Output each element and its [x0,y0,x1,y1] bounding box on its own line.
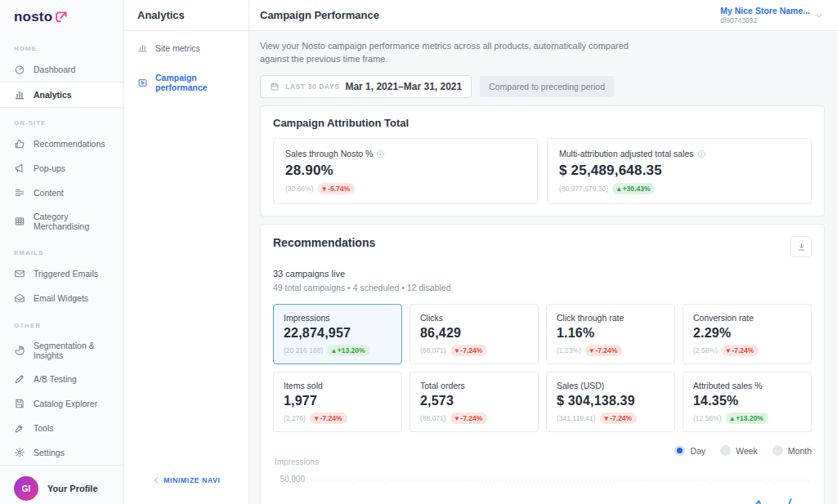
store-selector[interactable]: My Nice Store Name... df90743092 [720,6,824,25]
bar-chart-icon [137,42,148,53]
wrench-icon [14,422,25,434]
metric-value: 22,874,957 [284,326,392,341]
sidebar-item-label: Category Merchandising [34,212,117,231]
subnav-item-campaign-performance[interactable]: Campaign performance [124,65,248,100]
sidebar-item-label: Dashboard [34,65,75,74]
metric-card-conversion-rate[interactable]: Conversion rate 2.29% (2.58%) ▾ -7.24% [683,304,812,364]
campaigns-summary: 49 total campaigns • 4 scheduled • 12 di… [273,283,812,292]
previous-value: (88,071) [420,346,446,355]
sidebar-item-segmentation-insights[interactable]: Segmentation & Insights [0,334,123,367]
envelope-open-icon [14,292,25,304]
metric-card-click-through-rate[interactable]: Click through rate 1.16% (1.23%) ▾ -7.24… [546,304,675,364]
metric-label: Multi-attribution adjusted total sales [559,149,694,158]
chart-plot-area [311,473,812,504]
main-header: Campaign Performance My Nice Store Name.… [249,0,837,31]
download-button[interactable] [790,236,812,257]
profile-button[interactable]: GI Your Profile [0,465,123,504]
profile-label: Your Profile [47,484,98,493]
sidebar-item-label: Analytics [34,90,72,100]
metric-label: Attributed sales % [693,381,763,390]
previous-value: (20 216 188) [284,346,323,355]
subnav-item-site-metrics[interactable]: Site metrics [124,34,248,61]
description-line: against the previous time frame. [260,52,825,65]
sidebar-item-triggered-emails[interactable]: Triggered Emails [0,261,123,286]
primary-sidebar: nosto HOME Dashboard Analytics ON-SITE R… [0,0,124,504]
nosto-logo-text: nosto [14,9,52,25]
info-icon[interactable] [697,149,706,158]
sidebar-item-email-widgets[interactable]: Email Widgets [0,286,123,310]
sidebar-item-popups[interactable]: Pop-ups [0,156,123,181]
metric-value: 14.35% [693,394,801,408]
filter-row: LAST 30 DAYS Mar 1, 2021–Mar 31, 2021 Co… [260,75,825,98]
date-range-picker[interactable]: LAST 30 DAYS Mar 1, 2021–Mar 31, 2021 [260,75,472,98]
sidebar-item-label: Recommendations [34,139,105,149]
metric-value: $ 25,489,648.35 [559,163,799,179]
radio-day[interactable]: Day [674,445,705,456]
sidebar-item-tools[interactable]: Tools [0,416,123,440]
impressions-chart [311,473,812,504]
radio-dot [674,445,685,456]
radio-label: Month [788,446,812,456]
sidebar-item-label: Email Widgets [34,293,88,303]
metric-card-items-sold[interactable]: Items sold 1,977 (2,276) ▾ -7.24% [273,372,402,432]
main-content: Campaign Performance My Nice Store Name.… [249,0,837,504]
sidebar-item-label: Pop-ups [34,163,65,173]
metric-label: Total orders [420,381,465,390]
impressions-chart-section: Impressions 50,000 40,000 30,000 [273,457,812,504]
metric-label: Sales (USD) [557,381,604,390]
nosto-arrow-icon [54,10,69,25]
thumbs-up-icon [14,138,25,149]
nosto-logo[interactable]: nosto [0,0,123,33]
info-icon[interactable] [376,149,385,158]
bar-chart-icon [14,89,25,100]
sidebar-item-catalog-explorer[interactable]: Catalog Explorer [0,391,123,416]
previous-value: (80,977,579.30) [559,185,608,193]
sidebar-item-dashboard[interactable]: Dashboard [0,57,123,82]
metric-card-attributed-sales[interactable]: Attributed sales % 14.35% (12.56%) ▴ +13… [683,372,812,432]
sidebar-item-category-merchandising[interactable]: Category Merchandising [0,205,123,238]
metric-value: 28.90% [285,163,526,179]
chart-y-axis-title: Impressions [275,457,812,466]
radio-month[interactable]: Month [772,445,812,456]
metric-value: 86,429 [420,326,528,341]
radio-dot [720,445,731,456]
radio-dot [772,445,783,456]
sidebar-item-content[interactable]: Content [0,181,123,205]
sidebar-item-recommendations[interactable]: Recommendations [0,132,123,156]
delta-badge: ▾ -7.24% [585,345,623,356]
sidebar-item-label: Settings [34,448,65,457]
granularity-radio-group: Day Week Month [273,445,812,456]
app-window: nosto HOME Dashboard Analytics ON-SITE R… [0,0,837,504]
chart-y-axis: 50,000 40,000 30,000 [273,473,311,504]
sidebar-item-settings[interactable]: Settings [0,440,123,465]
y-tick: 50,000 [280,475,305,484]
delta-badge: ▴ +13.20% [726,413,768,424]
sidebar-item-label: Triggered Emails [34,269,98,279]
delta-badge: ▾ -5.74% [318,183,356,194]
attribution-card-sales-through-nosto: Sales through Nosto % 28.90% (30.66%) ▾ … [273,138,538,204]
metric-card-impressions[interactable]: Impressions 22,874,957 (20 216 188) ▴ +1… [273,304,402,364]
metric-value: 1.16% [557,326,665,341]
sidebar-item-ab-testing[interactable]: A/B Testing [0,367,123,391]
radio-label: Week [736,446,758,456]
date-range-value: Mar 1, 2021–Mar 31, 2021 [345,81,462,92]
recommendations-panel: Recommendations 33 campaigns live 49 tot… [260,224,825,504]
text-lines-icon [14,187,25,198]
previous-value: (2.58%) [693,346,718,355]
subnav-item-label: Site metrics [155,43,200,53]
previous-value: (88,071) [420,414,446,422]
sidebar-item-label: Tools [34,423,54,433]
delta-badge: ▾ -7.24% [310,413,347,424]
delta-badge: ▾ -7.24% [600,413,638,424]
sidebar-item-label: Catalog Explorer [34,399,97,408]
avatar: GI [14,476,38,501]
sidebar-item-analytics[interactable]: Analytics [0,82,123,108]
metric-card-total-orders[interactable]: Total orders 2,573 (88,071) ▾ -7.24% [410,372,539,432]
radio-week[interactable]: Week [720,445,758,456]
minimize-navi-button[interactable]: MINIMIZE NAVI [124,476,248,504]
metric-card-clicks[interactable]: Clicks 86,429 (88,071) ▾ -7.24% [410,304,539,364]
metric-card-sales-usd[interactable]: Sales (USD) $ 304,138.39 (341,119.41) ▾ … [546,372,675,432]
compare-period-pill[interactable]: Compared to preceding period [480,76,614,97]
chevron-down-icon [814,11,824,20]
metric-label: Impressions [284,313,330,323]
